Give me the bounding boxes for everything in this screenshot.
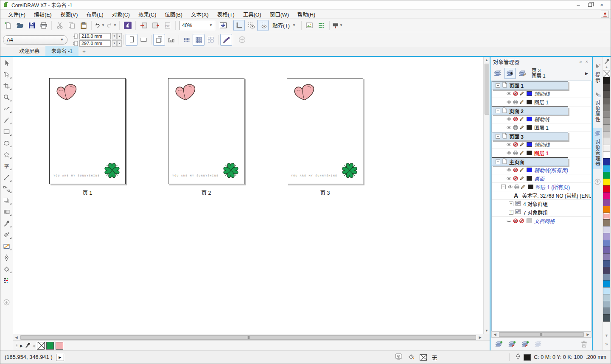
print-icon[interactable]	[514, 185, 519, 189]
show-rulers-button[interactable]	[233, 20, 245, 31]
document-page-1[interactable]: YOU ARE MY SUNNYSHINE	[49, 78, 126, 184]
artistic-media-tool[interactable]	[2, 115, 12, 125]
polygon-tool[interactable]	[2, 150, 12, 160]
collapse-icon[interactable]: −	[496, 109, 500, 113]
visibility-icon[interactable]	[507, 185, 513, 189]
palette-flyout-icon[interactable]: »	[605, 341, 608, 347]
smart-fill-tool[interactable]	[2, 230, 12, 240]
expand-icon[interactable]: +	[509, 210, 513, 215]
palette-swatch[interactable]	[603, 111, 610, 118]
docker-scroll-thumb[interactable]	[499, 332, 584, 337]
visibility-off-icon[interactable]	[506, 219, 512, 223]
current-page-button[interactable]	[165, 34, 177, 46]
palette-swatch[interactable]	[603, 158, 610, 165]
connector-tool[interactable]	[2, 184, 12, 194]
layer-color-swatch[interactable]	[527, 168, 532, 172]
vertical-scroll-thumb[interactable]	[485, 64, 489, 115]
heart-shape[interactable]	[291, 82, 317, 102]
edit-disabled-icon[interactable]	[519, 218, 524, 223]
new-tab-button[interactable]: +	[78, 48, 90, 56]
layer-row[interactable]: 辅助线	[492, 90, 591, 98]
freehand-tool[interactable]	[2, 104, 12, 114]
export-button[interactable]	[150, 20, 161, 31]
palette-swatch[interactable]	[603, 97, 610, 104]
layer-row-page[interactable]: −主页面	[492, 157, 568, 166]
object-row-group[interactable]: +4 对象群组	[492, 200, 591, 208]
page-caption-text[interactable]: YOU ARE MY SUNNYSHINE	[53, 174, 100, 177]
quick-customize-button[interactable]	[594, 179, 601, 186]
page-width-spinner[interactable]: ▼▲	[112, 33, 122, 39]
page-height-spinner[interactable]: ▼▲	[112, 40, 122, 47]
fullscreen-preview-button[interactable]	[217, 20, 229, 31]
account-icon[interactable]	[601, 11, 609, 18]
visibility-icon[interactable]	[506, 176, 512, 180]
palette-swatch[interactable]	[603, 131, 610, 138]
expand-icon[interactable]: +	[509, 202, 513, 206]
edit-icon[interactable]	[519, 125, 524, 130]
clover-shape[interactable]	[102, 160, 122, 179]
palette-swatch[interactable]	[603, 267, 610, 274]
flyout-arrow-icon[interactable]: ▶	[585, 71, 588, 76]
menu-item-4[interactable]: 对象(C)	[108, 10, 134, 19]
visibility-icon[interactable]	[506, 92, 512, 95]
collapse-icon[interactable]: −	[501, 185, 506, 189]
palette-swatch[interactable]	[603, 124, 610, 132]
layer-row[interactable]: 图层 1	[492, 149, 591, 157]
layer-row-document-grid[interactable]: 文档网格	[492, 217, 591, 225]
page-height-input[interactable]: 297.0 mm	[79, 40, 111, 47]
layer-color-swatch[interactable]	[527, 142, 532, 147]
close-button[interactable]: ×	[599, 3, 605, 8]
heart-shape[interactable]	[53, 82, 79, 102]
page-size-combo[interactable]: A4▼	[3, 35, 67, 45]
layer-color-swatch[interactable]	[527, 218, 532, 223]
palette-swatch[interactable]	[603, 192, 610, 199]
paste-button[interactable]	[78, 20, 89, 31]
palette-swatch[interactable]	[603, 118, 610, 125]
palette-swatch-none[interactable]	[603, 70, 610, 77]
layer-color-swatch[interactable]	[527, 100, 532, 104]
cut-button[interactable]	[54, 20, 65, 31]
palette-eyedropper-icon[interactable]	[604, 57, 610, 65]
layer-row[interactable]: 辅助线(所有页)	[492, 166, 591, 174]
layer-row[interactable]: 辅助线	[492, 140, 591, 149]
print-disabled-icon[interactable]	[513, 142, 518, 147]
print-icon[interactable]	[513, 151, 518, 155]
fill-tool[interactable]	[2, 264, 12, 274]
menu-item-0[interactable]: 文件(F)	[4, 10, 30, 19]
new-document-button[interactable]	[2, 20, 14, 31]
palette-swatch[interactable]	[603, 138, 610, 145]
parallel-dimension-tool[interactable]	[2, 173, 12, 182]
fill-color-swatch[interactable]	[420, 354, 427, 361]
palette-swatch[interactable]	[603, 179, 610, 186]
menu-item-9[interactable]: 工具(O)	[239, 10, 266, 19]
layer-row-page[interactable]: −页面 2	[492, 106, 568, 115]
visibility-icon[interactable]	[506, 151, 512, 155]
docker-close-icon[interactable]: ×	[584, 59, 590, 64]
import-button[interactable]	[138, 20, 149, 31]
menu-item-1[interactable]: 编辑(E)	[30, 10, 56, 19]
docker-collapse-icon[interactable]: »	[577, 59, 583, 64]
show-grid-button[interactable]	[245, 20, 257, 31]
new-layer-button[interactable]	[495, 341, 503, 347]
palette-swatch[interactable]	[603, 253, 610, 260]
layer-color-swatch[interactable]	[527, 91, 532, 96]
palette-swatch[interactable]	[603, 213, 610, 220]
mesh-fill-tool[interactable]	[2, 276, 12, 286]
edit-icon[interactable]	[519, 176, 524, 181]
edit-icon[interactable]	[519, 91, 524, 96]
new-master-layer-odd-pages-button[interactable]	[521, 341, 529, 347]
fill-bucket-icon[interactable]	[407, 353, 415, 361]
scroll-left-icon[interactable]: ◀	[13, 334, 20, 341]
undo-button[interactable]: ▼	[94, 20, 105, 31]
grid-large-button[interactable]	[205, 34, 216, 46]
layer-row[interactable]: 图层 1	[492, 98, 591, 106]
vertical-scrollbar[interactable]: ▲ ▼	[483, 57, 490, 334]
print-disabled-icon[interactable]	[513, 168, 518, 172]
menu-item-2[interactable]: 视图(V)	[56, 10, 82, 19]
customize-toolbox-button[interactable]	[2, 297, 12, 307]
palette-swatch[interactable]	[603, 90, 610, 98]
coords-flyout-button[interactable]: ▶	[56, 354, 64, 361]
color-eyedropper-tool[interactable]	[2, 218, 12, 228]
horizontal-scrollbar[interactable]: ◀ ▶	[13, 334, 483, 340]
palette-swatch[interactable]	[603, 240, 610, 247]
